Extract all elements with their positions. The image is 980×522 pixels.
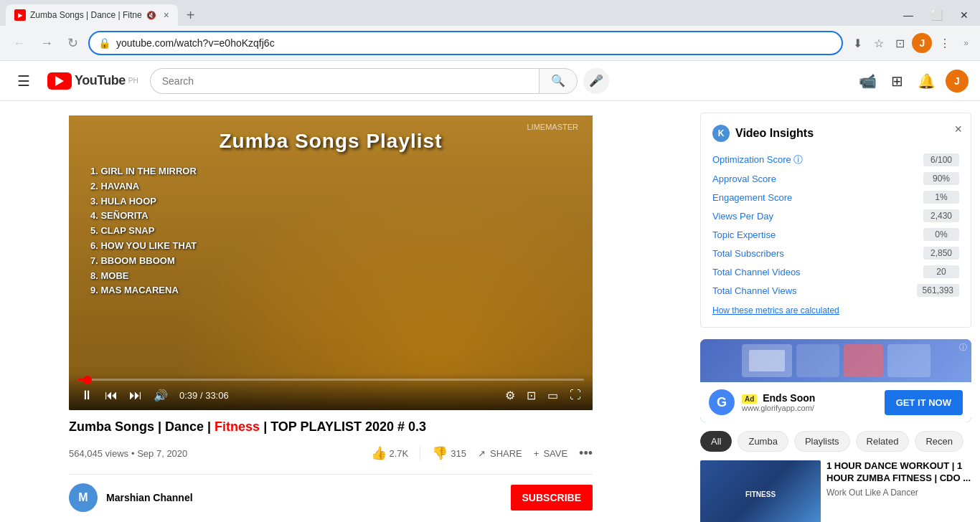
insights-row-value: 561,393: [917, 284, 959, 297]
ad-text: Ad Ends Soon www.glorifyapp.com/: [742, 392, 877, 412]
theatre-btn[interactable]: ▭: [545, 387, 561, 404]
chips-more-btn[interactable]: ›: [969, 431, 971, 452]
pause-btn[interactable]: ⏸: [77, 386, 96, 404]
insights-logo: K: [712, 125, 730, 142]
ad-info-icon[interactable]: ⓘ: [959, 342, 967, 353]
download-btn[interactable]: ⬇: [849, 32, 867, 54]
yt-menu-btn[interactable]: ☰: [11, 67, 36, 95]
channel-row: M Marshian Channel SUBSCRIBE: [69, 474, 593, 521]
insights-row-value: 6/100: [923, 153, 959, 166]
address-bar[interactable]: 🔒: [88, 31, 843, 55]
skip-next-btn[interactable]: ⏭: [126, 386, 145, 404]
video-player[interactable]: Zumba Songs Playlist 1. GIRL IN THE MIRR…: [69, 115, 593, 410]
insights-row: Total Subscribers 2,850: [712, 244, 959, 262]
insights-row-label: Total Channel Views: [712, 285, 797, 296]
minimize-btn[interactable]: —: [897, 8, 919, 22]
ext-arrows: »: [961, 35, 971, 51]
video-controls: ⏸ ⏮ ⏭ 🔊 0:39 / 33:06 ⚙ ⊡ ▭ ⛶: [69, 373, 593, 410]
subscribe-btn[interactable]: SUBSCRIBE: [511, 485, 593, 511]
settings-btn[interactable]: ⚙: [502, 387, 518, 404]
yt-search-wrap: 🔍 🎤: [150, 68, 609, 94]
insights-header: K Video Insights: [712, 125, 959, 142]
filter-chip[interactable]: Zumba: [738, 431, 788, 452]
new-tab-btn[interactable]: +: [182, 7, 199, 24]
apps-btn[interactable]: ⊞: [887, 68, 908, 94]
video-meta: 564,045 views • Sep 7, 2020 👍 2.7K 👎 315: [69, 441, 593, 465]
tab-close-btn[interactable]: ×: [164, 9, 169, 21]
save-btn[interactable]: + SAVE: [534, 448, 567, 459]
like-btn[interactable]: 👍 2.7K: [371, 441, 409, 465]
yt-header-right: 📹 ⊞ 🔔 J: [854, 68, 969, 94]
related-channel: Work Out Like A Dancer: [826, 488, 971, 498]
ad-url: www.glorifyapp.com/: [742, 404, 877, 412]
insights-row-value: 20: [923, 265, 959, 278]
insights-panel: K Video Insights × Optimization Score ⓘ …: [700, 113, 971, 328]
filter-chips: All Zumba Playlists Related Recen ›: [700, 431, 971, 452]
tab-mute-icon[interactable]: 🔇: [146, 11, 156, 20]
fullscreen-btn[interactable]: ⛶: [567, 387, 584, 403]
window-controls: — ⬜ ✕: [897, 8, 974, 22]
maximize-btn[interactable]: ⬜: [925, 8, 948, 22]
ad-mock3: [844, 344, 883, 377]
related-video[interactable]: FITNESS 1 HOUR DANCE WORKOUT | 1 HOUR ZU…: [700, 460, 971, 522]
insights-row: Total Channel Views 561,393: [712, 281, 959, 300]
ad-mock4: [887, 344, 930, 377]
insights-row-label: Approval Score: [712, 174, 776, 184]
refresh-btn[interactable]: ↻: [63, 32, 83, 54]
save-icon: +: [534, 448, 540, 459]
ad-mock1: [742, 344, 792, 377]
address-input[interactable]: [116, 37, 833, 49]
filter-chip[interactable]: All: [700, 431, 732, 452]
related-title: 1 HOUR DANCE WORKOUT | 1 HOUR ZUMBA FITN…: [826, 460, 971, 485]
insights-metrics-link[interactable]: How these metrics are calculated: [712, 305, 959, 315]
forward-btn[interactable]: →: [36, 33, 57, 54]
yt-logo[interactable]: YouTubePH: [47, 72, 138, 90]
volume-btn[interactable]: 🔊: [151, 387, 171, 404]
yt-header: ☰ YouTubePH 🔍 🎤 📹 ⊞ 🔔 J: [0, 61, 980, 101]
browser-more-btn[interactable]: ⋮: [935, 32, 955, 54]
ad-mock2: [796, 344, 839, 377]
close-btn[interactable]: ✕: [954, 8, 974, 22]
dislike-btn[interactable]: 👎 315: [432, 441, 466, 465]
more-options-btn[interactable]: •••: [579, 446, 593, 461]
mic-btn[interactable]: 🎤: [583, 68, 609, 94]
insights-title: Video Insights: [735, 127, 814, 140]
ad-image: ⓘ: [700, 339, 971, 382]
search-input[interactable]: [150, 68, 539, 94]
cast-btn[interactable]: ⊡: [891, 32, 909, 54]
dislike-icon: 👎: [432, 445, 448, 461]
related-thumb-inner: FITNESS: [700, 460, 821, 522]
yt-logo-region: PH: [128, 77, 138, 85]
ad-bottom: G Ad Ends Soon www.glorifyapp.com/ GET I…: [700, 382, 971, 422]
ad-banner[interactable]: ⓘ G Ad: [700, 339, 971, 422]
progress-bar[interactable]: [77, 379, 584, 381]
filter-chip[interactable]: Related: [856, 431, 910, 452]
yt-content: Zumba Songs Playlist 1. GIRL IN THE MIRR…: [0, 101, 980, 522]
ad-cta-btn[interactable]: GET IT NOW: [885, 390, 963, 415]
related-thumb-text: FITNESS: [745, 490, 776, 498]
browser-profile-avatar[interactable]: J: [912, 33, 932, 53]
bell-btn[interactable]: 🔔: [913, 68, 940, 94]
yt-main: Zumba Songs Playlist 1. GIRL IN THE MIRR…: [0, 101, 692, 522]
search-btn[interactable]: 🔍: [539, 68, 578, 94]
insights-row: Topic Expertise 0%: [712, 225, 959, 244]
yt-user-avatar[interactable]: J: [946, 70, 969, 92]
upload-btn[interactable]: 📹: [854, 68, 881, 94]
insights-rows: Optimization Score ⓘ 6/100 Approval Scor…: [712, 151, 959, 300]
mini-player-btn[interactable]: ⊡: [524, 387, 539, 404]
insights-row-value: 1%: [923, 191, 959, 204]
insights-close-btn[interactable]: ×: [954, 122, 962, 137]
video-watermark: LIMEMASTER: [527, 123, 578, 131]
progress-fill: [77, 379, 88, 381]
browser-chrome: ▶ Zumba Songs | Dance | Fitne 🔇 × + — ⬜ …: [0, 0, 980, 61]
filter-chip[interactable]: Playlists: [794, 431, 850, 452]
skip-prev-btn[interactable]: ⏮: [102, 386, 121, 404]
active-tab[interactable]: ▶ Zumba Songs | Dance | Fitne 🔇 ×: [6, 4, 178, 26]
back-btn[interactable]: ←: [9, 33, 30, 54]
video-title: Zumba Songs | Dance | Fitness | TOP PLAY…: [69, 419, 593, 435]
youtube-app: ☰ YouTubePH 🔍 🎤 📹 ⊞ 🔔 J: [0, 61, 980, 522]
share-btn[interactable]: ↗ SHARE: [478, 448, 522, 459]
insights-row-value: 2,430: [923, 209, 959, 222]
bookmark-btn[interactable]: ☆: [870, 32, 888, 54]
filter-chip[interactable]: Recen: [915, 431, 963, 452]
